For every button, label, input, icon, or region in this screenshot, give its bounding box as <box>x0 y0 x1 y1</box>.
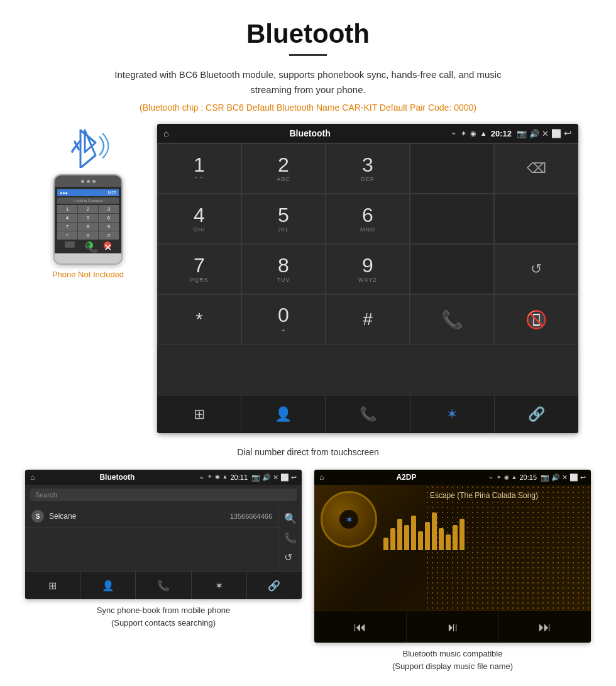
music-bt-icon: ✶ <box>497 474 502 480</box>
close-icon[interactable]: ✕ <box>542 129 549 138</box>
music-usb-icon: ⌁ <box>489 474 493 481</box>
pb-phone-btn[interactable]: 📞 <box>136 572 191 599</box>
play-pause-btn[interactable]: ⏯ <box>407 611 499 643</box>
pb-status-bar: ⌂ Bluetooth ⌁ ✶ ◉ ▲ 20:11 📷 🔊 ✕ ⬜ ↩ <box>25 470 302 485</box>
toolbar-bluetooth[interactable]: ✶ <box>410 396 495 433</box>
toolbar-link[interactable]: 🔗 <box>495 396 578 433</box>
pb-home-icon[interactable]: ⌂ <box>30 473 35 482</box>
pb-camera-icon[interactable]: 📷 <box>251 473 260 482</box>
pb-back-icon[interactable]: ↩ <box>291 473 297 482</box>
phone-key-3[interactable]: 3 <box>99 205 119 213</box>
phone-dial-grid: 1 2 3 4 5 6 7 8 9 * 0 # <box>57 205 119 240</box>
music-window-icon[interactable]: ⬜ <box>569 473 578 482</box>
key-backspace[interactable]: ⌫ <box>494 143 578 194</box>
phone-key-1[interactable]: 1 <box>57 205 77 213</box>
phone-key-5[interactable]: 5 <box>78 214 98 222</box>
phone-key-9[interactable]: 9 <box>99 223 119 231</box>
call-side-icon[interactable]: 📞 <box>284 532 297 544</box>
key-3[interactable]: 3 DEF <box>326 143 410 194</box>
music-screen: ⌂ A2DP ⌁ ✶ ◉ ▲ 20:15 📷 🔊 ✕ ⬜ ↩ <box>314 470 591 643</box>
key-4-label: 4 <box>194 205 205 225</box>
music-close-icon[interactable]: ✕ <box>562 473 568 482</box>
pb-link-btn[interactable]: 🔗 <box>247 572 302 599</box>
phone-key-8[interactable]: 8 <box>78 223 98 231</box>
key-8[interactable]: 8 TUV <box>241 244 326 294</box>
window-icon[interactable]: ⬜ <box>551 129 561 138</box>
toolbar-phone[interactable]: 📞 <box>326 396 410 433</box>
pb-apps-btn[interactable]: ⊞ <box>25 572 80 599</box>
svg-line-2 <box>80 155 96 168</box>
key-end-call[interactable]: 📵 <box>494 294 578 345</box>
location-icon: ◉ <box>470 130 476 138</box>
pb-volume-icon[interactable]: 🔊 <box>262 473 271 482</box>
music-bar <box>390 528 395 550</box>
toolbar-apps[interactable]: ⊞ <box>157 396 241 433</box>
car-usb-icon: ⌁ <box>451 129 456 138</box>
music-info: Escape (The Pina Colada Song) <box>383 491 585 550</box>
car-screen-title: Bluetooth <box>173 128 446 138</box>
phonebook-caption-text: Sync phone-book from mobile phone(Suppor… <box>97 606 230 628</box>
key-7-sub: PQRS <box>190 277 209 283</box>
pb-bt-btn[interactable]: ✶ <box>192 572 247 599</box>
volume-icon[interactable]: 🔊 <box>529 129 539 138</box>
key-2-sub: ABC <box>277 176 290 182</box>
phone-signal <box>81 180 84 183</box>
prev-btn[interactable]: ⏮ <box>314 611 407 643</box>
music-sig-icon: ▲ <box>512 474 517 480</box>
key-5[interactable]: 5 JKL <box>241 194 326 244</box>
bt-music-icon: ✶ <box>345 514 353 526</box>
refresh-side-icon[interactable]: ↺ <box>284 551 297 563</box>
phone-network: M25 <box>107 191 116 195</box>
key-star[interactable]: * <box>157 294 241 345</box>
music-vol-icon[interactable]: 🔊 <box>551 473 560 482</box>
pb-user-btn[interactable]: 👤 <box>80 572 136 599</box>
pb-title: Bluetooth <box>38 473 195 482</box>
next-btn[interactable]: ⏭ <box>499 611 591 643</box>
key-refresh[interactable]: ↺ <box>494 244 578 294</box>
phone-key-0[interactable]: 0 <box>78 231 98 240</box>
pb-window-icon[interactable]: ⬜ <box>280 473 289 482</box>
music-home-icon[interactable]: ⌂ <box>319 473 324 482</box>
pb-close-icon[interactable]: ✕ <box>273 473 278 482</box>
phone-call[interactable]: 📞 <box>85 241 93 249</box>
key-6[interactable]: 6 MNO <box>326 194 410 244</box>
key-9[interactable]: 9 WXYZ <box>326 244 410 294</box>
car-home-icon[interactable]: ⌂ <box>163 128 168 138</box>
phone-key-6[interactable]: 6 <box>99 214 119 222</box>
back-icon[interactable]: ↩ <box>564 128 572 139</box>
phone-carrier: ●●● <box>60 191 68 195</box>
key-0-label: 0 <box>278 305 289 325</box>
pb-sig-icon: ▲ <box>223 473 228 481</box>
key-9-sub: WXYZ <box>358 277 377 283</box>
phone-key-hash[interactable]: # <box>99 231 119 240</box>
key-1[interactable]: 1 ⌃⌃ <box>157 143 241 194</box>
music-camera-icon[interactable]: 📷 <box>541 473 549 482</box>
song-title: Escape (The Pina Colada Song) <box>383 491 585 500</box>
key-2[interactable]: 2 ABC <box>241 143 326 194</box>
key-7[interactable]: 7 PQRS <box>157 244 241 294</box>
key-empty-1 <box>410 143 494 194</box>
key-7-label: 7 <box>194 255 205 275</box>
key-4[interactable]: 4 GHI <box>157 194 241 244</box>
key-0[interactable]: 0 + <box>241 294 326 345</box>
phone-key-star[interactable]: * <box>57 231 77 240</box>
contact-row[interactable]: S Seicane 13566664466 <box>25 505 278 528</box>
phone-key-2[interactable]: 2 <box>78 205 98 213</box>
music-bar <box>459 519 465 550</box>
music-caption-text: Bluetooth music compatible(Support displ… <box>392 649 513 671</box>
camera-icon[interactable]: 📷 <box>517 129 527 138</box>
search-icon[interactable]: 🔍 <box>284 512 297 524</box>
key-call[interactable]: 📞 <box>410 294 494 345</box>
phone-key-4[interactable]: 4 <box>57 214 77 222</box>
phone-key-7[interactable]: 7 <box>57 223 77 231</box>
phone-end[interactable]: ✕ <box>104 241 111 249</box>
key-hash[interactable]: # <box>326 294 410 345</box>
music-bar <box>446 534 451 550</box>
music-status-bar: ⌂ A2DP ⌁ ✶ ◉ ▲ 20:15 📷 🔊 ✕ ⬜ ↩ <box>314 470 591 485</box>
music-bars <box>383 512 585 550</box>
toolbar-contacts[interactable]: 👤 <box>241 396 326 433</box>
key-1-sub: ⌃⌃ <box>194 176 205 182</box>
music-back-icon[interactable]: ↩ <box>580 473 586 482</box>
key-8-sub: TUV <box>277 277 290 283</box>
search-bar[interactable]: Search <box>30 489 297 501</box>
